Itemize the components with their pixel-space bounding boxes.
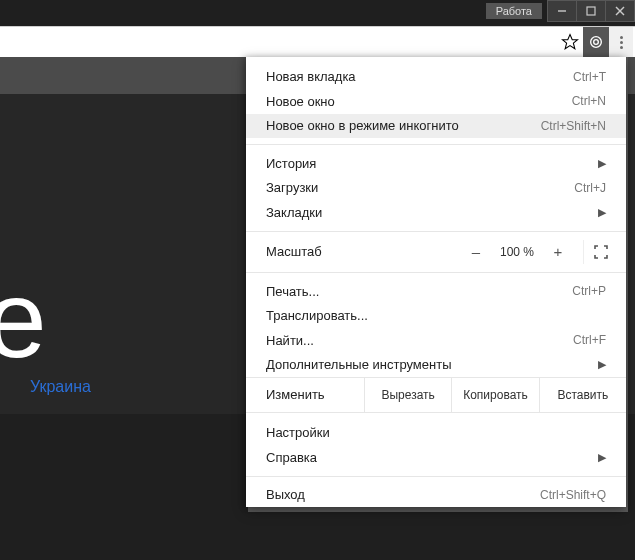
edit-copy-button[interactable]: Копировать xyxy=(451,378,538,412)
menu-label: Дополнительные инструменты xyxy=(266,357,452,372)
menu-item-zoom: Масштаб – 100 % + xyxy=(246,238,626,266)
menu-label: Загрузки xyxy=(266,180,318,195)
menu-item-incognito[interactable]: Новое окно в режиме инкогнито Ctrl+Shift… xyxy=(246,114,626,139)
svg-rect-1 xyxy=(587,7,595,15)
menu-item-cast[interactable]: Транслировать... xyxy=(246,303,626,328)
menu-shortcut: Ctrl+T xyxy=(573,70,606,84)
edit-paste-button[interactable]: Вставить xyxy=(539,378,626,412)
app-frame: Работа gle Украина Новая вкладка xyxy=(0,0,635,560)
chrome-main-menu: Новая вкладка Ctrl+T Новое окно Ctrl+N Н… xyxy=(246,57,626,507)
menu-item-history[interactable]: История ▶ xyxy=(246,151,626,176)
chevron-right-icon: ▶ xyxy=(598,206,606,219)
google-country-label: Украина xyxy=(30,378,91,396)
menu-label: Печать... xyxy=(266,284,319,299)
menu-separator xyxy=(246,272,626,273)
menu-label: История xyxy=(266,156,316,171)
zoom-in-button[interactable]: + xyxy=(543,243,573,260)
menu-item-downloads[interactable]: Загрузки Ctrl+J xyxy=(246,176,626,201)
menu-item-help[interactable]: Справка ▶ xyxy=(246,445,626,470)
menu-label: Настройки xyxy=(266,425,330,440)
menu-item-new-window[interactable]: Новое окно Ctrl+N xyxy=(246,89,626,114)
menu-button[interactable] xyxy=(609,27,633,57)
workspace-badge[interactable]: Работа xyxy=(486,3,542,19)
menu-separator xyxy=(246,476,626,477)
menu-label: Новое окно xyxy=(266,94,335,109)
svg-point-6 xyxy=(594,40,599,45)
menu-label: Выход xyxy=(266,487,305,502)
edit-label: Изменить xyxy=(246,378,364,412)
menu-label: Справка xyxy=(266,450,317,465)
menu-label: Найти... xyxy=(266,333,314,348)
menu-item-more-tools[interactable]: Дополнительные инструменты ▶ xyxy=(246,352,626,377)
menu-shortcut: Ctrl+Shift+N xyxy=(541,119,606,133)
zoom-out-button[interactable]: – xyxy=(461,243,491,260)
browser-toolbar xyxy=(0,26,635,58)
menu-item-find[interactable]: Найти... Ctrl+F xyxy=(246,328,626,353)
menu-shortcut: Ctrl+Shift+Q xyxy=(540,488,606,502)
minimize-button[interactable] xyxy=(547,0,577,22)
chevron-right-icon: ▶ xyxy=(598,451,606,464)
menu-label: Новая вкладка xyxy=(266,69,356,84)
edit-cut-button[interactable]: Вырезать xyxy=(364,378,451,412)
svg-point-5 xyxy=(591,37,602,48)
chevron-right-icon: ▶ xyxy=(598,358,606,371)
menu-item-new-tab[interactable]: Новая вкладка Ctrl+T xyxy=(246,65,626,90)
menu-item-edit: Изменить Вырезать Копировать Вставить xyxy=(246,377,626,413)
maximize-button[interactable] xyxy=(576,0,606,22)
menu-label: Новое окно в режиме инкогнито xyxy=(266,118,459,133)
extension-icon[interactable] xyxy=(583,27,609,57)
bookmark-star-icon[interactable] xyxy=(557,27,583,57)
menu-label: Транслировать... xyxy=(266,308,368,323)
google-logo-fragment: gle xyxy=(0,264,42,374)
fullscreen-button[interactable] xyxy=(583,240,618,264)
window-titlebar: Работа xyxy=(486,0,635,22)
menu-item-settings[interactable]: Настройки xyxy=(246,420,626,445)
zoom-label: Масштаб xyxy=(266,244,421,259)
menu-shortcut: Ctrl+P xyxy=(572,284,606,298)
menu-shortcut: Ctrl+F xyxy=(573,333,606,347)
zoom-value: 100 % xyxy=(491,245,543,259)
menu-item-print[interactable]: Печать... Ctrl+P xyxy=(246,279,626,304)
svg-marker-4 xyxy=(563,35,578,49)
menu-label: Закладки xyxy=(266,205,322,220)
menu-separator xyxy=(246,231,626,232)
menu-separator xyxy=(246,144,626,145)
chevron-right-icon: ▶ xyxy=(598,157,606,170)
menu-shortcut: Ctrl+N xyxy=(572,94,606,108)
close-button[interactable] xyxy=(605,0,635,22)
menu-shortcut: Ctrl+J xyxy=(574,181,606,195)
menu-item-bookmarks[interactable]: Закладки ▶ xyxy=(246,200,626,225)
window-controls xyxy=(548,0,635,22)
menu-item-exit[interactable]: Выход Ctrl+Shift+Q xyxy=(246,482,626,507)
